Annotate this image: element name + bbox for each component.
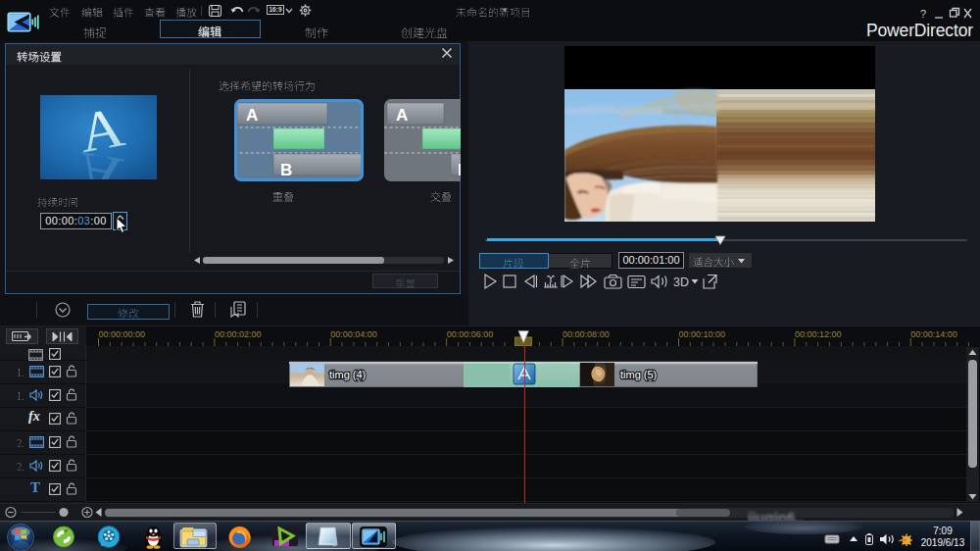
svg-text:timg (4): timg (4) — [329, 369, 366, 380]
svg-text:00:00:04:00: 00:00:04:00 — [330, 329, 377, 339]
svg-text:3D: 3D — [673, 276, 689, 289]
svg-text:B: B — [280, 161, 292, 179]
svg-text:00:00:12:00: 00:00:12:00 — [795, 329, 842, 339]
svg-text:00:00:00:00: 00:00:00:00 — [99, 329, 146, 339]
svg-text:?: ? — [920, 8, 926, 20]
svg-text:00:00:08:00: 00:00:08:00 — [563, 329, 610, 339]
svg-text:timg (5): timg (5) — [620, 369, 657, 380]
svg-text:00:00:02:00: 00:00:02:00 — [215, 329, 262, 339]
svg-text:00:00:06:00: 00:00:06:00 — [447, 329, 494, 339]
svg-text:00:00:10:00: 00:00:10:00 — [679, 329, 726, 339]
svg-text:A: A — [246, 106, 258, 125]
svg-text:00:00:14:00: 00:00:14:00 — [910, 329, 957, 339]
svg-text:A: A — [396, 106, 408, 125]
svg-text:B: B — [458, 161, 461, 179]
